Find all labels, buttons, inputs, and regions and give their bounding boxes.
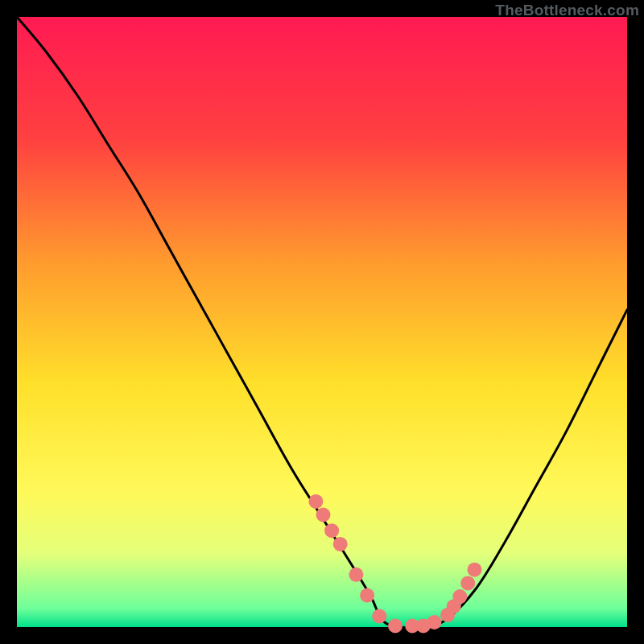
highlight-dot <box>468 563 482 577</box>
highlight-dot <box>333 537 348 551</box>
highlight-dot <box>427 615 442 630</box>
highlight-dot <box>324 523 339 538</box>
highlight-dot <box>452 589 467 604</box>
highlight-dot <box>372 609 386 623</box>
highlight-dot <box>460 576 475 590</box>
watermark-label: TheBottleneck.com <box>495 2 639 19</box>
highlight-dot <box>316 508 331 522</box>
plot-area <box>17 17 627 627</box>
highlight-dot <box>308 494 323 509</box>
highlight-dot <box>360 588 374 603</box>
highlight-dot <box>388 619 402 634</box>
bottleneck-curve <box>17 17 627 628</box>
highlight-dot <box>349 568 363 582</box>
curve-layer <box>17 17 627 627</box>
chart-frame: TheBottleneck.com <box>0 0 644 644</box>
